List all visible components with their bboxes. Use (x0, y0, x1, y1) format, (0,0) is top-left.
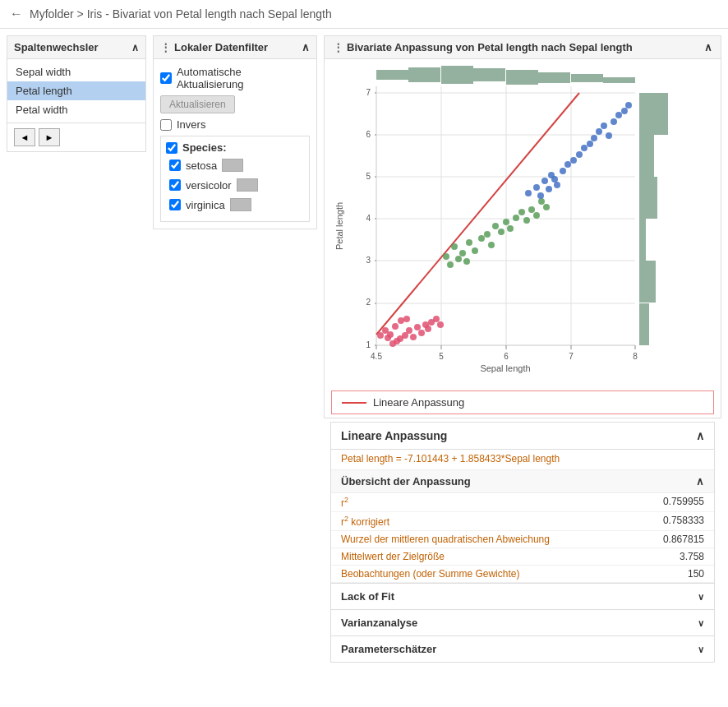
svg-text:5: 5 (439, 352, 444, 361)
bivariate-chart: 1 2 3 4 5 6 7 (331, 66, 684, 378)
stats-header: Lineare Anpassung ∧ (331, 423, 714, 450)
svg-text:7: 7 (569, 352, 574, 361)
svg-rect-104 (408, 67, 440, 82)
nav-buttons: ◄ ► (7, 123, 146, 152)
r2-korr-value: 0.758333 (663, 515, 704, 528)
automatisch-label: Automatische Aktualisierung (177, 66, 310, 90)
filter-container: ⋮ Lokaler Datenfilter ∧ Automatische Akt… (153, 35, 317, 229)
species-label: Species: (182, 141, 226, 154)
mittelwert-value: 3.758 (680, 551, 704, 562)
r2-korr-label: r2 korrigiert (341, 515, 389, 528)
automatisch-checkbox[interactable] (160, 72, 172, 84)
svg-rect-107 (506, 70, 538, 85)
svg-point-47 (414, 324, 421, 330)
svg-point-64 (478, 235, 485, 242)
svg-point-60 (451, 243, 458, 250)
svg-point-46 (410, 334, 417, 340)
list-item-sepal-width[interactable]: Sepal width (7, 62, 145, 81)
svg-point-57 (433, 316, 440, 322)
filter-header: ⋮ Lokaler Datenfilter ∧ (154, 36, 316, 59)
filter-dots-icon: ⋮ (160, 41, 171, 53)
automatisch-row: Automatische Aktualisierung (160, 66, 310, 90)
ubersicht-chevron-icon[interactable]: ∧ (696, 475, 704, 488)
svg-rect-109 (571, 74, 603, 82)
legend-area: Lineare Anpassung (331, 390, 714, 414)
lack-of-fit-label: Lack of Fit (341, 590, 394, 603)
svg-point-77 (543, 204, 550, 210)
lack-of-fit-chevron-icon[interactable] (694, 590, 704, 603)
svg-point-85 (554, 182, 560, 188)
svg-point-90 (581, 145, 587, 151)
virginica-color (230, 198, 251, 211)
spaltenwechsler-chevron-icon[interactable]: ∧ (131, 42, 139, 53)
list-item-petal-length[interactable]: Petal length (7, 81, 145, 100)
linear-anpassung-title: Lineare Anpassung (341, 429, 447, 442)
svg-point-88 (570, 157, 577, 164)
stat-row-wurzel: Wurzel der mittleren quadratischen Abwei… (331, 531, 714, 548)
svg-rect-108 (538, 72, 570, 83)
varianzanalyse-header[interactable]: Varianzanalyse (331, 610, 714, 635)
aktualisieren-row: Aktualisieren (160, 95, 310, 113)
r2-value: 0.759955 (663, 496, 704, 509)
svg-point-59 (443, 253, 449, 260)
legend-line-icon (342, 402, 366, 404)
svg-point-74 (528, 206, 535, 213)
ubersicht-title: Übersicht der Anpassung (341, 475, 471, 488)
svg-text:6: 6 (504, 352, 509, 361)
svg-rect-113 (639, 219, 646, 261)
svg-text:7: 7 (366, 88, 371, 97)
varianzanalyse-chevron-icon[interactable] (694, 617, 704, 629)
formula-text: Petal length = -7.101443 + 1.858433*Sepa… (341, 453, 560, 464)
wurzel-label: Wurzel der mittleren quadratischen Abwei… (341, 534, 550, 545)
aktualisieren-button[interactable]: Aktualisieren (160, 95, 235, 113)
versicolor-label: versicolor (186, 179, 232, 192)
svg-text:1: 1 (366, 340, 371, 349)
filter-chevron-icon[interactable]: ∧ (302, 41, 310, 53)
stats-chevron-icon[interactable]: ∧ (696, 429, 704, 442)
svg-point-86 (560, 168, 566, 174)
invers-checkbox[interactable] (160, 119, 172, 131)
svg-rect-116 (639, 93, 668, 135)
svg-point-100 (537, 192, 544, 199)
parameterschatzer-chevron-icon[interactable] (694, 643, 704, 655)
svg-point-99 (625, 102, 632, 109)
svg-point-79 (455, 256, 462, 262)
list-item-petal-width[interactable]: Petal width (7, 100, 145, 119)
bivariate-chevron-icon[interactable]: ∧ (704, 41, 712, 53)
virginica-checkbox[interactable] (169, 199, 181, 210)
beobachtungen-value: 150 (688, 568, 704, 580)
stats-panel: Lineare Anpassung ∧ Petal length = -7.10… (330, 422, 715, 663)
lack-of-fit-header[interactable]: Lack of Fit (331, 584, 714, 609)
svg-point-58 (437, 321, 444, 328)
svg-point-83 (541, 178, 548, 184)
svg-point-70 (507, 225, 514, 232)
spaltenwechsler-list: Sepal width Petal length Petal width (7, 58, 146, 123)
svg-point-101 (546, 186, 552, 192)
svg-point-75 (533, 212, 540, 219)
top-bar: ← Myfolder > Iris - Bivariat von Petal l… (0, 0, 728, 29)
svg-point-89 (576, 151, 583, 158)
filter-title: Lokaler Datenfilter (174, 41, 268, 53)
svg-point-48 (418, 330, 425, 336)
svg-point-54 (403, 316, 410, 322)
setosa-checkbox[interactable] (169, 159, 181, 171)
svg-point-91 (587, 141, 593, 147)
invers-row: Invers (160, 118, 310, 131)
svg-rect-105 (441, 66, 473, 84)
stat-row-mittelwert: Mittelwert der Zielgröße 3.758 (331, 548, 714, 566)
back-button[interactable]: ← (10, 7, 23, 21)
svg-point-98 (621, 108, 628, 114)
prev-button[interactable]: ◄ (14, 128, 35, 146)
spaltenwechsler-title: Spaltenwechsler (14, 41, 99, 53)
svg-text:4.5: 4.5 (371, 352, 382, 361)
right-panel: ⋮ Bivariate Anpassung von Petal length n… (324, 35, 721, 669)
next-button[interactable]: ► (39, 128, 60, 146)
svg-text:Sepal length: Sepal length (480, 363, 530, 373)
parameterschatzer-header[interactable]: Parameterschätzer (331, 636, 714, 662)
svg-rect-115 (639, 135, 654, 177)
svg-point-61 (459, 250, 466, 256)
species-checkbox[interactable] (166, 142, 177, 154)
versicolor-checkbox[interactable] (169, 179, 181, 191)
svg-text:2: 2 (366, 298, 371, 307)
svg-point-92 (591, 135, 597, 141)
